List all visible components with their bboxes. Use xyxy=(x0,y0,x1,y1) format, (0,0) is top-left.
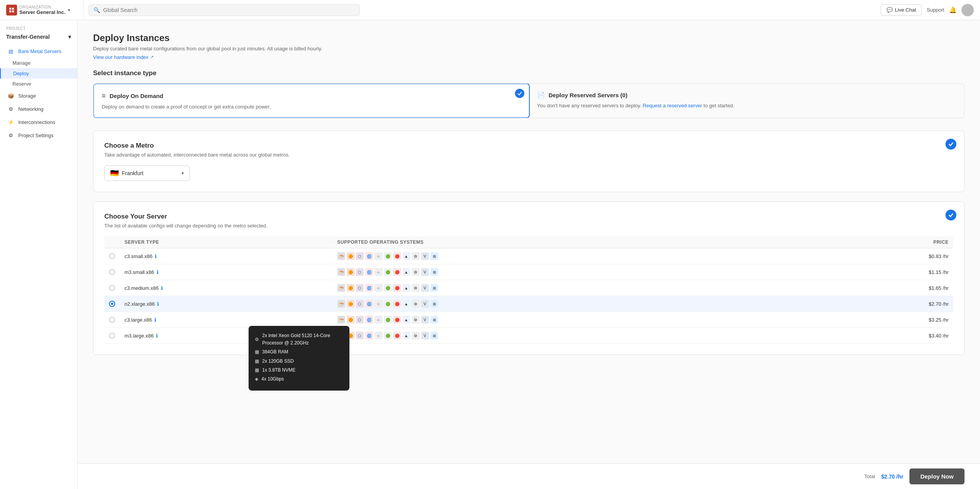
os-icon-ubuntu: 🟠 xyxy=(347,300,354,308)
tooltip-row-ssd: ▦ 2x 120GB SSD xyxy=(255,358,343,365)
server-table: Server Type Supported operating systems … xyxy=(104,236,953,344)
svg-rect-3 xyxy=(12,10,14,12)
hardware-link-text: View our hardware index xyxy=(93,54,149,60)
org-chevron-icon[interactable]: ▾ xyxy=(68,7,70,13)
os-icon-windows: ⊞ xyxy=(430,316,438,324)
os-icon-circle: ○ xyxy=(375,252,382,260)
sidebar-item-interconnections[interactable]: ⚡ Interconnections xyxy=(0,115,77,129)
org-info: ORGANIZATION Server General Inc. xyxy=(19,5,66,15)
os-icon-circle: ○ xyxy=(375,268,382,276)
server-radio-0[interactable] xyxy=(109,253,115,259)
project-name: Transfer-General xyxy=(6,34,50,40)
sidebar-item-reserve[interactable]: Reserve xyxy=(0,79,77,89)
project-selector[interactable]: Transfer-General ▾ xyxy=(0,32,77,45)
os-icon-freebsd: 🐡 xyxy=(337,300,345,308)
os-icon-freebsd: 🐡 xyxy=(337,268,345,276)
table-row[interactable]: c3.small.x86 ℹ 🐡 🟠 ⬡ 🌀 ○ 🟢 🔴 ▲ ⚙ V ⊞ $0.… xyxy=(104,248,953,264)
notifications-icon[interactable]: 🔔 xyxy=(949,6,957,14)
page-title: Deploy Instances xyxy=(93,33,964,43)
table-row[interactable]: m3.small.x86 ℹ 🐡 🟠 ⬡ 🌀 ○ 🟢 🔴 ▲ ⚙ V ⊞ $1.… xyxy=(104,264,953,280)
external-link-icon: ↗ xyxy=(150,55,154,60)
sidebar-item-storage[interactable]: 📦 Storage xyxy=(0,89,77,102)
server-radio-5[interactable] xyxy=(109,332,115,339)
sidebar-item-bare-metal[interactable]: ▤ Bare Metal Servers xyxy=(0,45,77,58)
info-icon-2[interactable]: ℹ xyxy=(161,285,163,291)
server-radio-1[interactable] xyxy=(109,269,115,275)
server-radio-2[interactable] xyxy=(109,285,115,291)
project-chevron-icon: ▾ xyxy=(68,34,71,40)
sidebar-item-project-settings[interactable]: ⚙ Project Settings xyxy=(0,129,77,142)
metro-selector[interactable]: 🇩🇪 Frankfurt ▾ xyxy=(104,165,190,181)
server-section-desc: The list of available configs will chang… xyxy=(104,223,953,229)
os-icon-debian: 🌀 xyxy=(365,268,373,276)
table-row[interactable]: c3.medium.x86 ℹ 🐡 🟠 ⬡ 🌀 ○ 🟢 🔴 ▲ ⚙ V ⊞ $1… xyxy=(104,280,953,296)
os-icon-debian: 🌀 xyxy=(365,284,373,292)
table-row[interactable]: c3.large.x86 ℹ 🐡 🟠 ⬡ 🌀 ○ 🟢 🔴 ▲ ⚙ V ⊞ $3.… xyxy=(104,312,953,328)
os-icon-circle: ○ xyxy=(375,284,382,292)
instance-type-reserved[interactable]: 📄 Deploy Reserved Servers (0) You don't … xyxy=(529,84,964,118)
reserved-header: 📄 Deploy Reserved Servers (0) xyxy=(537,91,957,99)
info-icon-0[interactable]: ℹ xyxy=(155,253,157,259)
os-icon-centos: ⬡ xyxy=(356,284,364,292)
request-reserved-link[interactable]: Request a reserved server xyxy=(643,103,702,108)
os-icon-rocky: 🟢 xyxy=(384,284,392,292)
sidebar-item-storage-label: Storage xyxy=(18,93,36,99)
os-icon-ubuntu: 🟠 xyxy=(347,316,354,324)
sidebar-item-networking[interactable]: ⚙ Networking xyxy=(0,102,77,115)
total-label: Total xyxy=(864,474,875,479)
metro-section-desc: Take advantage of automated, interconnec… xyxy=(104,152,953,158)
sidebar-item-deploy[interactable]: Deploy xyxy=(0,68,77,79)
on-demand-icon: ≡ xyxy=(102,92,106,100)
server-type-name-4: c3.large.x86 ℹ xyxy=(124,317,328,323)
info-icon-1[interactable]: ℹ xyxy=(157,269,159,275)
sidebar-item-bare-metal-label: Bare Metal Servers xyxy=(18,48,61,54)
sidebar-item-reserve-label: Reserve xyxy=(12,81,31,87)
os-icon-debian: 🌀 xyxy=(365,300,373,308)
os-icon-redhat: 🔴 xyxy=(393,332,401,339)
info-icon-4[interactable]: ℹ xyxy=(154,317,156,323)
os-icon-ubuntu: 🟠 xyxy=(347,252,354,260)
os-icon-circle: ○ xyxy=(375,300,382,308)
sidebar-item-manage[interactable]: Manage xyxy=(0,58,77,68)
os-icon-windows: ⊞ xyxy=(430,332,438,339)
sidebar-item-networking-label: Networking xyxy=(18,106,43,112)
metro-section-title: Choose a Metro xyxy=(104,142,953,150)
os-icon-centos: ⬡ xyxy=(356,268,364,276)
os-icons-0: 🐡 🟠 ⬡ 🌀 ○ 🟢 🔴 ▲ ⚙ V ⊞ xyxy=(337,252,819,260)
search-input[interactable] xyxy=(103,7,355,13)
os-icon-alpine: ▲ xyxy=(403,332,410,339)
live-chat-button[interactable]: 💬 Live Chat xyxy=(881,4,922,15)
network-icon: ⚙ xyxy=(7,105,14,112)
table-row[interactable]: m3.large.x86 ℹ 🐡 🟠 ⬡ 🌀 ○ 🟢 🔴 ▲ ⚙ V ⊞ $3.… xyxy=(104,328,953,344)
os-icons-2: 🐡 🟠 ⬡ 🌀 ○ 🟢 🔴 ▲ ⚙ V ⊞ xyxy=(337,284,819,292)
server-table-header: Server Type Supported operating systems … xyxy=(104,236,953,248)
os-icon-ubuntu: 🟠 xyxy=(347,284,354,292)
chat-icon: 💬 xyxy=(887,7,893,13)
server-radio-4[interactable] xyxy=(109,317,115,323)
interconnect-icon: ⚡ xyxy=(7,119,14,126)
server-check-badge xyxy=(945,210,956,220)
user-avatar[interactable] xyxy=(961,4,974,16)
org-label: ORGANIZATION xyxy=(19,5,66,9)
project-label: PROJECT xyxy=(0,26,77,32)
info-icon-5[interactable]: ℹ xyxy=(156,333,158,339)
os-icon-custom: ⚙ xyxy=(412,316,420,324)
os-icon-freebsd: 🐡 xyxy=(337,252,345,260)
os-icon-rocky: 🟢 xyxy=(384,332,392,339)
os-icon-vmware: V xyxy=(421,284,429,292)
info-icon-3[interactable]: ℹ xyxy=(157,301,159,307)
table-row[interactable]: n2.xlarge.x86 ℹ 🐡 🟠 ⬡ 🌀 ○ 🟢 🔴 ▲ ⚙ V ⊞ $2… xyxy=(104,296,953,312)
os-icons-3: 🐡 🟠 ⬡ 🌀 ○ 🟢 🔴 ▲ ⚙ V ⊞ xyxy=(337,300,819,308)
server-radio-3[interactable] xyxy=(109,301,115,307)
deploy-now-button[interactable]: Deploy Now xyxy=(909,468,964,484)
server-table-body: c3.small.x86 ℹ 🐡 🟠 ⬡ 🌀 ○ 🟢 🔴 ▲ ⚙ V ⊞ $0.… xyxy=(104,248,953,344)
instance-type-on-demand[interactable]: ≡ Deploy On Demand Deploy on demand to c… xyxy=(93,83,530,118)
org-logo xyxy=(6,5,17,15)
support-link[interactable]: Support xyxy=(926,7,944,13)
hardware-index-link[interactable]: View our hardware index ↗ xyxy=(93,54,154,60)
server-type-name-2: c3.medium.x86 ℹ xyxy=(124,285,328,291)
os-icon-alpine: ▲ xyxy=(403,284,410,292)
tooltip-row-nvme: ▦ 1x 3.8TB NVME xyxy=(255,367,343,374)
instance-type-row: ≡ Deploy On Demand Deploy on demand to c… xyxy=(93,83,964,118)
os-icon-circle: ○ xyxy=(375,332,382,339)
